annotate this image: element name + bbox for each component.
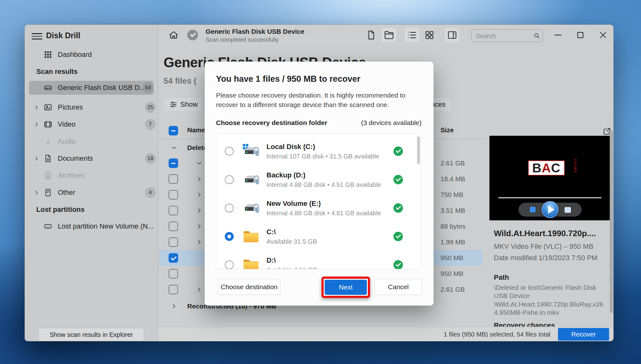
chevron-right-icon[interactable] <box>196 207 203 214</box>
chevron-right-icon[interactable] <box>196 191 203 198</box>
maximize-button[interactable] <box>575 30 586 40</box>
panel-scrollbar[interactable] <box>610 130 613 313</box>
show-filter-button[interactable]: Show <box>164 97 204 112</box>
sidebar-item-audio[interactable]: ♪ Audio <box>25 134 158 148</box>
minimize-button[interactable] <box>553 30 563 40</box>
sidebar-item-archives[interactable]: Archives <box>25 169 158 182</box>
row-checkbox[interactable] <box>169 190 178 200</box>
path-heading: Path <box>494 273 509 282</box>
close-button[interactable] <box>598 30 608 40</box>
name-column-header[interactable]: Name <box>187 126 205 134</box>
file-name: Wild.At.Heart.1990.720p.... <box>494 229 604 238</box>
chevron-down-icon[interactable] <box>171 144 177 151</box>
recovery-chances-heading-cut: Recovery chances <box>494 321 555 327</box>
destination-detail: Internal 4.88 GB disk • 4.81 GB availabl… <box>267 210 381 217</box>
row-checkbox[interactable] <box>169 253 178 263</box>
destination-option-c-root[interactable]: C:\ Available 31.5 GB <box>216 222 421 251</box>
size-column-header[interactable]: Size <box>440 126 454 134</box>
destination-option-d-root[interactable]: D:\ Available 4.51 GB <box>216 251 421 269</box>
radio-button-selected[interactable] <box>225 232 234 241</box>
play-button[interactable] <box>542 201 559 218</box>
radio-button[interactable] <box>225 260 234 269</box>
panel-view-icon[interactable] <box>447 30 458 40</box>
available-check-icon <box>393 175 403 184</box>
stop-button[interactable] <box>530 207 536 212</box>
chevron-right-icon[interactable] <box>196 223 203 230</box>
radio-button[interactable] <box>225 147 234 156</box>
sidebar-item-generic-flash-disk[interactable]: Generic Flash Disk USB D... 54 <box>29 81 153 95</box>
destination-option-new-volume-e[interactable]: New Volume (E:) Internal 4.88 GB disk • … <box>216 194 421 222</box>
preview-panel: BAC FILMS Wild.At.Heart.1990.720p.... MK… <box>486 122 614 327</box>
row-checkbox[interactable] <box>169 285 178 294</box>
chevron-right-icon[interactable] <box>196 286 203 293</box>
search-box <box>471 29 543 42</box>
destination-detail: Available 31.5 GB <box>267 238 317 245</box>
sidebar-item-label: Pictures <box>58 103 83 111</box>
sidebar-item-label: Dashboard <box>58 51 92 59</box>
path-value: \Deleted or lost\Generic Flash Disk USB … <box>494 283 605 317</box>
documents-icon <box>44 154 52 163</box>
bac-logo: BAC <box>528 160 565 176</box>
sidebar-item-dashboard[interactable]: Dashboard <box>25 48 158 62</box>
screen: Disk Drill Dashboard Scan results Generi… <box>0 0 641 364</box>
list-view-icon[interactable] <box>407 30 417 40</box>
radio-button[interactable] <box>225 204 234 212</box>
sidebar-item-other[interactable]: Other 4 <box>25 186 158 200</box>
sidebar-item-label: Other <box>58 188 75 197</box>
recover-button[interactable]: Recover <box>558 328 609 341</box>
home-icon[interactable] <box>168 30 179 40</box>
grid-view-icon[interactable] <box>424 30 435 40</box>
video-progress-bar[interactable] <box>498 197 602 198</box>
chevron-right-icon[interactable] <box>33 121 40 128</box>
folder-view-icon[interactable] <box>384 30 394 40</box>
sidebar-item-label: Archives <box>58 171 84 180</box>
next-button[interactable]: Next <box>325 280 367 295</box>
row-size: 2.61 GB <box>440 159 465 167</box>
search-icon[interactable] <box>533 32 540 39</box>
disk-drive-icon <box>44 83 52 92</box>
count-badge: 54 <box>143 82 153 93</box>
destination-option-backup-d[interactable]: Backup (D:) Internal 4.88 GB disk • 4.51… <box>216 165 421 194</box>
choose-destination-heading: Choose recovery destination folder <box>216 119 327 127</box>
chevron-down-icon[interactable] <box>196 160 203 167</box>
cancel-button[interactable]: Cancel <box>374 279 422 295</box>
row-size: 18.4 MB <box>440 175 465 183</box>
show-in-explorer-button[interactable]: Show scan results in Explorer <box>39 328 144 341</box>
bac-films-label: FILMS <box>573 159 578 173</box>
sidebar-item-documents[interactable]: Documents 18 <box>25 152 158 165</box>
chevron-right-icon[interactable] <box>171 303 177 310</box>
chevron-right-icon[interactable] <box>33 104 40 110</box>
select-all-checkbox[interactable] <box>169 126 178 135</box>
row-checkbox[interactable] <box>169 206 178 215</box>
choose-destination-label: Choose destination <box>221 283 278 291</box>
recovery-destination-dialog: You have 1 files / 950 MB to recover Ple… <box>205 62 434 306</box>
search-input[interactable] <box>475 30 530 42</box>
chevron-right-icon[interactable] <box>196 239 203 246</box>
destination-option-local-disk-c[interactable]: Local Disk (C:) Internal 107 GB disk • 3… <box>216 137 421 165</box>
chevron-right-icon[interactable] <box>196 176 203 182</box>
hamburger-menu-icon[interactable] <box>32 32 42 41</box>
chevron-right-icon[interactable] <box>33 155 40 162</box>
row-checkbox[interactable] <box>169 174 178 184</box>
available-check-icon <box>393 203 403 213</box>
sidebar-item-pictures[interactable]: Pictures 25 <box>25 100 158 114</box>
drive-lock-icon <box>243 200 260 216</box>
available-check-icon <box>393 232 403 241</box>
destination-detail: Internal 4.88 GB disk • 4.51 GB availabl… <box>267 181 381 188</box>
app-title: Disk Drill <box>46 31 80 40</box>
row-checkbox[interactable] <box>169 158 178 168</box>
file-view-icon[interactable] <box>366 30 376 40</box>
row-checkbox[interactable] <box>169 237 178 247</box>
video-preview[interactable]: BAC FILMS <box>489 136 610 220</box>
video-controls <box>518 203 582 217</box>
sidebar-item-video[interactable]: Video 7 <box>25 117 158 131</box>
row-checkbox[interactable] <box>169 269 178 278</box>
devices-available-label: (3 devices available) <box>361 119 422 127</box>
sidebar-item-lost-partition[interactable]: Lost partition New Volume (N... <box>25 219 158 233</box>
list-scrollbar[interactable] <box>417 136 420 164</box>
radio-button[interactable] <box>225 175 234 184</box>
frame-button[interactable] <box>565 207 571 213</box>
choose-destination-button[interactable]: Choose destination <box>218 279 280 295</box>
chevron-right-icon[interactable] <box>33 189 40 196</box>
row-checkbox[interactable] <box>169 222 178 231</box>
